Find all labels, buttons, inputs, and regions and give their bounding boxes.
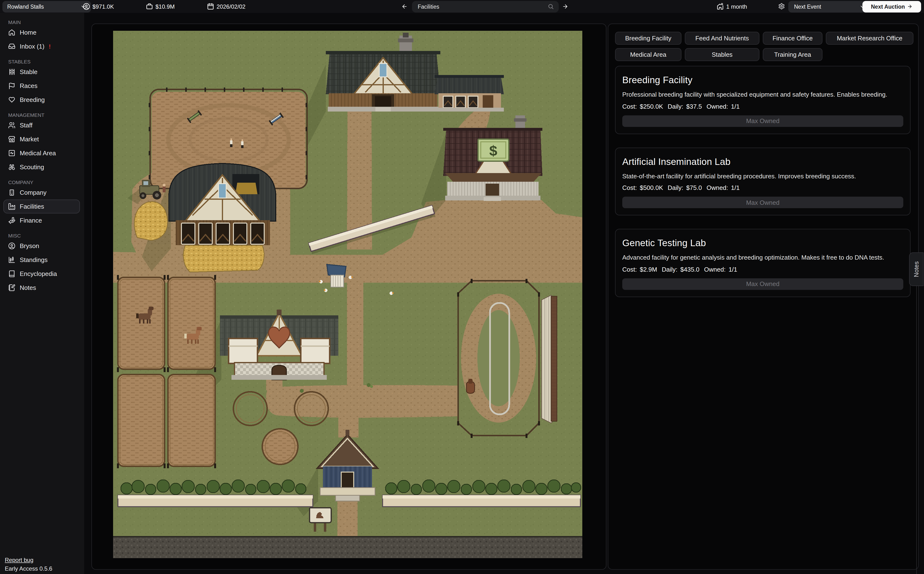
sidebar-item-label: Bryson	[20, 242, 39, 249]
sidebar-item-market[interactable]: Market	[0, 132, 84, 146]
calendar-icon	[207, 3, 214, 10]
sidebar-item-finance[interactable]: Finance	[0, 213, 84, 227]
top-bar: Rowland Stalls $971.0K $10.9M 2026/02/02…	[0, 0, 924, 13]
house-plus-icon	[717, 3, 724, 10]
date-value: 2026/02/02	[217, 3, 245, 10]
inbox-warning-badge: !	[49, 43, 51, 50]
sidebar-section-misc: MISC	[8, 232, 84, 239]
max-owned-button[interactable]: Max Owned	[622, 197, 903, 208]
paddock	[168, 278, 215, 369]
paddock	[118, 278, 165, 369]
notes-drawer-tab[interactable]: Notes	[909, 252, 924, 286]
paddock	[168, 374, 215, 466]
sidebar-item-breeding[interactable]: Breeding	[0, 93, 84, 107]
grandstand	[541, 295, 557, 423]
notebook-pen-icon	[8, 284, 16, 291]
sidebar-item-label: Races	[20, 82, 38, 90]
search-input[interactable]: Facilities	[412, 1, 559, 12]
stone-road	[113, 536, 582, 558]
sidebar-item-label: Inbox (1)	[20, 43, 44, 50]
search-value: Facilities	[412, 3, 547, 9]
facility-card-breeding-facility: Breeding Facility Professional breeding …	[615, 66, 911, 134]
sidebar-item-label: Scouting	[20, 164, 44, 171]
users-icon	[8, 121, 16, 129]
sidebar-item-label: Facilities	[20, 203, 44, 210]
building-icon	[8, 189, 16, 196]
card-stats: Cost:$2.9M Daily:$435.0 Owned:1/1	[622, 266, 903, 273]
version-label: Early Access 0.5.6	[5, 565, 52, 572]
tab-stables[interactable]: Stables	[685, 48, 759, 61]
facility-card-artificial-insemination-lab: Artificial Insemination Lab State-of-the…	[615, 147, 911, 215]
facility-card-genetic-testing-lab: Genetic Testing Lab Advanced facility fo…	[615, 229, 911, 297]
sidebar-item-label: Notes	[20, 284, 36, 291]
farm-map[interactable]: $	[113, 31, 582, 558]
next-auction-label: Next Auction	[871, 3, 905, 9]
tab-medical-area[interactable]: Medical Area	[615, 48, 682, 61]
fence-icon	[8, 68, 16, 76]
tab-feed-and-nutrients[interactable]: Feed And Nutrients	[685, 32, 759, 45]
sidebar-item-label: Standings	[20, 256, 47, 263]
facilities-panel: Breeding Facility Feed And Nutrients Fin…	[608, 24, 919, 570]
sidebar-section-management: MANAGEMENT	[8, 112, 84, 118]
sidebar-item-stable[interactable]: Stable	[0, 65, 84, 79]
heart-icon	[8, 96, 16, 103]
briefcase-icon	[146, 3, 153, 10]
book-icon	[8, 270, 16, 278]
next-event-select[interactable]: Next Event	[788, 1, 871, 12]
notes-panel-divider	[916, 285, 917, 574]
sidebar-item-home[interactable]: Home	[0, 25, 84, 39]
time-step: 1 month	[717, 0, 747, 13]
report-bug-link[interactable]: Report bug	[5, 557, 52, 563]
breeding-facility-building	[220, 310, 338, 380]
sidebar-item-label: Medical Area	[20, 150, 56, 157]
sidebar-item-label: Market	[20, 136, 39, 143]
max-owned-button[interactable]: Max Owned	[622, 115, 903, 127]
company-select-value: Rowland Stalls	[7, 3, 44, 9]
circle-user-icon	[83, 3, 90, 10]
forward-arrow-icon[interactable]	[562, 3, 568, 9]
sidebar-item-notes[interactable]: Notes	[0, 281, 84, 295]
tab-finance-office[interactable]: Finance Office	[763, 32, 823, 45]
attached-barn	[435, 75, 504, 112]
company-select[interactable]: Rowland Stalls	[2, 1, 91, 12]
tab-breeding-facility[interactable]: Breeding Facility	[615, 32, 682, 45]
sidebar-item-label: Finance	[20, 217, 42, 224]
tab-market-research-office[interactable]: Market Research Office	[826, 32, 913, 45]
finance-sign: $	[489, 143, 497, 159]
paddock	[118, 374, 165, 466]
sidebar-item-bryson[interactable]: Bryson	[0, 239, 84, 253]
card-title: Breeding Facility	[622, 74, 903, 85]
sidebar-item-facilities[interactable]: Facilities	[0, 200, 84, 213]
finance-office: $	[443, 115, 543, 201]
card-description: State-of-the-art facility for artificial…	[622, 171, 903, 181]
sidebar-footer: Report bug Early Access 0.5.6	[5, 557, 52, 572]
store-icon	[8, 136, 16, 143]
binoculars-icon	[8, 164, 16, 171]
money-stat: $971.0K	[83, 0, 114, 13]
sidebar-item-scouting[interactable]: Scouting	[0, 160, 84, 174]
sidebar-item-encyclopedia[interactable]: Encyclopedia	[0, 267, 84, 281]
sidebar: MAIN Home Inbox (1) ! STABLES Stable Rac…	[0, 13, 84, 574]
sidebar-item-label: Encyclopedia	[20, 270, 57, 278]
back-arrow-icon[interactable]	[401, 3, 408, 9]
sidebar-item-staff[interactable]: Staff	[0, 118, 84, 132]
sidebar-item-company[interactable]: Company	[0, 186, 84, 200]
card-title: Artificial Insemination Lab	[622, 156, 903, 167]
activity-square-icon	[8, 150, 16, 157]
next-event-value: Next Event	[794, 3, 821, 9]
card-description: Professional breeding facility with spec…	[622, 90, 903, 99]
max-owned-button[interactable]: Max Owned	[622, 278, 903, 290]
card-stats: Cost:$500.0K Daily:$75.0 Owned:1/1	[622, 184, 903, 191]
card-title: Genetic Testing Lab	[622, 238, 903, 249]
sidebar-item-standings[interactable]: Standings	[0, 253, 84, 267]
next-auction-button[interactable]: Next Auction	[862, 1, 921, 12]
sidebar-section-main: MAIN	[8, 19, 84, 25]
gear-icon[interactable]	[778, 3, 785, 9]
sidebar-item-races[interactable]: Races	[0, 79, 84, 93]
sidebar-item-medical-area[interactable]: Medical Area	[0, 146, 84, 160]
home-icon	[8, 29, 16, 36]
sidebar-item-inbox[interactable]: Inbox (1) !	[0, 39, 84, 54]
tab-training-area[interactable]: Training Area	[763, 48, 823, 61]
factory-icon	[8, 203, 16, 210]
date-stat: 2026/02/02	[207, 0, 245, 13]
